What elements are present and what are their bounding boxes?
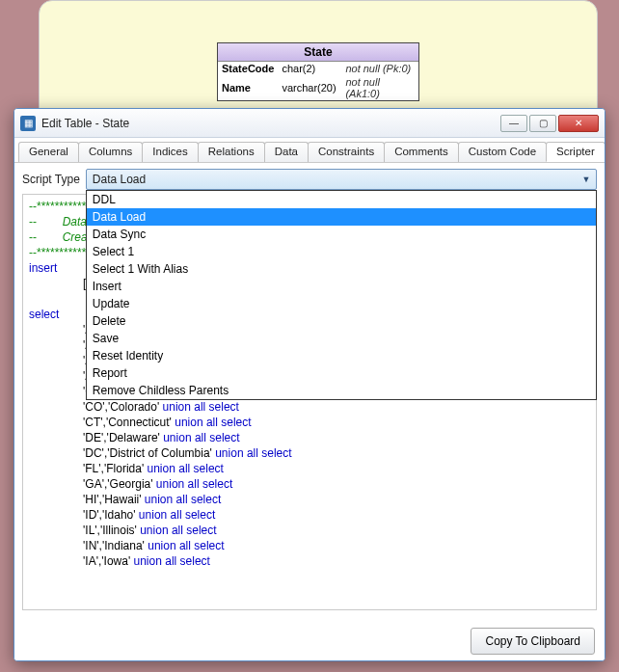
option-select-1[interactable]: Select 1 bbox=[87, 243, 596, 260]
diagram-title: State bbox=[218, 43, 418, 62]
tab-relations[interactable]: Relations bbox=[198, 142, 265, 162]
close-button[interactable]: ✕ bbox=[558, 115, 599, 132]
script-line: 'DE','Delaware' union all select bbox=[29, 430, 590, 445]
app-icon: ▦ bbox=[20, 116, 36, 131]
option-select-1-with-alias[interactable]: Select 1 With Alias bbox=[87, 260, 596, 278]
diagram-column-row: StateCode char(2) not null (Pk:0) bbox=[218, 62, 418, 75]
option-reset-identity[interactable]: Reset Identity bbox=[87, 347, 596, 364]
script-line: 'IN','Indiana' union all select bbox=[29, 538, 590, 553]
col-attrs: not null (Ak1:0) bbox=[341, 75, 418, 100]
script-line: 'GA','Georgia' union all select bbox=[29, 476, 590, 492]
maximize-button[interactable]: ▢ bbox=[529, 115, 556, 132]
script-type-dropdown: DDLData LoadData SyncSelect 1Select 1 Wi… bbox=[86, 190, 597, 400]
option-delete[interactable]: Delete bbox=[87, 312, 596, 330]
col-name: StateCode bbox=[218, 62, 278, 75]
minimize-button[interactable]: — bbox=[500, 115, 527, 132]
col-type: varchar(20) bbox=[278, 75, 341, 100]
script-line: 'CO','Colorado' union all select bbox=[29, 399, 590, 415]
col-name: Name bbox=[218, 75, 278, 100]
diagram-columns: StateCode char(2) not null (Pk:0) Name v… bbox=[218, 62, 418, 100]
tab-scripter[interactable]: Scripter bbox=[546, 142, 606, 162]
titlebar[interactable]: ▦ Edit Table - State — ▢ ✕ bbox=[14, 109, 605, 138]
tab-general[interactable]: General bbox=[18, 142, 79, 162]
table-diagram: State StateCode char(2) not null (Pk:0) … bbox=[217, 42, 419, 101]
diagram-column-row: Name varchar(20) not null (Ak1:0) bbox=[218, 75, 418, 100]
option-remove-childless-parents[interactable]: Remove Childless Parents bbox=[87, 382, 596, 399]
script-line: 'IL','Illinois' union all select bbox=[29, 523, 590, 538]
script-type-label: Script Type bbox=[22, 173, 80, 186]
script-line: 'DC','District of Columbia' union all se… bbox=[29, 445, 590, 461]
tab-constraints[interactable]: Constraints bbox=[308, 142, 385, 162]
window-title: Edit Table - State bbox=[41, 117, 129, 130]
option-insert[interactable]: Insert bbox=[87, 278, 596, 295]
option-save[interactable]: Save bbox=[87, 330, 596, 347]
tab-comments[interactable]: Comments bbox=[384, 142, 459, 162]
tab-columns[interactable]: Columns bbox=[78, 142, 143, 162]
script-line: 'IA','Iowa' union all select bbox=[29, 553, 590, 569]
script-type-combo[interactable]: Data Load ▼ DDLData LoadData SyncSelect … bbox=[86, 169, 597, 190]
edit-table-window: ▦ Edit Table - State — ▢ ✕ GeneralColumn… bbox=[13, 108, 606, 661]
option-update[interactable]: Update bbox=[87, 295, 596, 312]
script-type-value[interactable]: Data Load bbox=[86, 169, 597, 190]
copy-to-clipboard-button[interactable]: Copy To Clipboard bbox=[471, 628, 595, 655]
option-report[interactable]: Report bbox=[87, 364, 596, 382]
script-line: 'ID','Idaho' union all select bbox=[29, 507, 590, 523]
script-line: 'HI','Hawaii' union all select bbox=[29, 492, 590, 507]
option-ddl[interactable]: DDL bbox=[87, 191, 596, 208]
option-data-load[interactable]: Data Load bbox=[87, 208, 596, 226]
script-line: 'FL','Florida' union all select bbox=[29, 461, 590, 476]
tab-bar: GeneralColumnsIndicesRelationsDataConstr… bbox=[14, 138, 605, 163]
option-data-sync[interactable]: Data Sync bbox=[87, 226, 596, 243]
script-line: 'CT','Connecticut' union all select bbox=[29, 415, 590, 430]
tab-data[interactable]: Data bbox=[264, 142, 309, 162]
tab-indices[interactable]: Indices bbox=[142, 142, 198, 162]
col-type: char(2) bbox=[278, 62, 341, 75]
tab-custom-code[interactable]: Custom Code bbox=[458, 142, 547, 162]
col-attrs: not null (Pk:0) bbox=[341, 62, 418, 75]
